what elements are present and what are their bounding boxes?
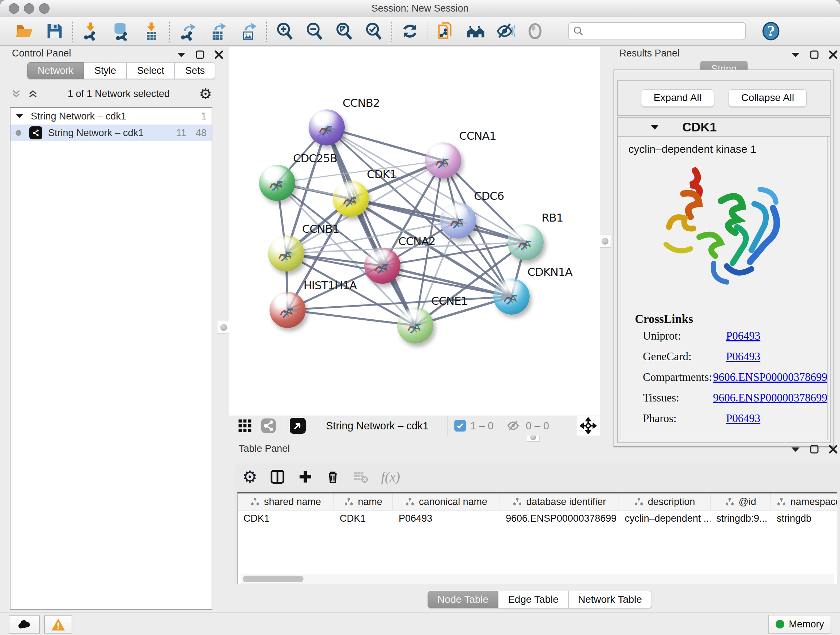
panel-float-icon[interactable] [195,50,205,59]
gene-section-header[interactable]: CDK1 [618,118,830,137]
crosslink-link[interactable]: P06493 [726,329,760,342]
collapse-all-icon[interactable] [11,88,22,99]
network-node-cdc6[interactable] [440,203,476,239]
network-collection-row[interactable]: String Network – cdk1 1 [11,108,212,125]
cloud-status-button[interactable] [9,616,40,633]
scrollbar-thumb[interactable] [243,576,303,582]
maximize-window-button[interactable] [39,3,50,14]
show-all-icon[interactable] [525,21,545,41]
crosslink-link[interactable]: P06493 [726,350,760,363]
search-icon [572,25,584,37]
expand-all-icon[interactable] [27,88,38,99]
refresh-icon[interactable] [400,21,420,41]
network-node-ccna2[interactable] [364,248,401,284]
import-table-file-icon[interactable] [142,21,161,41]
hide-selected-icon[interactable] [496,21,515,41]
column-header-canonical-name[interactable]: canonical name [393,494,500,510]
import-network-database-icon[interactable] [111,21,131,41]
column-header-name[interactable]: name [334,494,393,510]
table-cell[interactable]: P06493 [393,513,500,524]
save-session-icon[interactable] [45,21,65,41]
close-window-button[interactable] [9,3,19,14]
collection-expander-icon[interactable] [16,113,24,119]
network-options-gear-icon[interactable]: ⚙ [199,86,212,102]
grid-view-icon[interactable] [237,418,253,433]
export-network-icon[interactable] [178,21,197,41]
search-input[interactable] [584,25,742,37]
tab-edge-table[interactable]: Edge Table [498,591,568,608]
crosslink-link[interactable]: 9606.ENSP00000378699 [713,391,827,404]
network-node-rb1[interactable] [508,224,544,260]
open-session-icon[interactable] [14,21,34,41]
tab-network-table[interactable]: Network Table [568,591,652,608]
column-header-namespace[interactable]: namespace [771,494,837,510]
table-cell[interactable]: 9606.ENSP00000378699 [500,513,619,524]
network-node-cdc25b[interactable] [259,165,295,201]
right-splitter-grip[interactable] [598,234,611,248]
help-icon[interactable]: ? [761,21,781,41]
zoom-in-icon[interactable] [275,21,294,41]
zoom-fit-icon[interactable] [334,21,354,41]
network-node-hist1h1a[interactable] [270,292,306,328]
minimize-window-button[interactable] [24,3,34,14]
selected-checkbox-icon[interactable] [454,420,466,432]
export-table-icon[interactable] [208,21,228,41]
network-edge[interactable] [287,310,415,325]
expand-all-button[interactable]: Expand All [641,89,714,107]
network-node-ccnb2[interactable] [309,109,345,146]
table-horizontal-scrollbar[interactable] [240,574,834,584]
zoom-selected-icon[interactable] [364,21,384,41]
network-node-cdkn1a[interactable] [493,279,530,315]
panel-float-icon[interactable] [810,445,819,454]
panel-close-icon[interactable] [829,445,838,454]
tab-sets[interactable]: Sets [175,62,215,79]
panel-menu-icon[interactable] [791,446,800,453]
tab-network[interactable]: Network [27,62,84,79]
network-node-ccne1[interactable] [397,307,433,344]
warning-status-button[interactable] [44,616,73,633]
delete-column-icon[interactable] [325,469,340,485]
table-cell[interactable]: cyclin–dependent ... [619,513,711,524]
panel-close-icon[interactable] [214,50,224,59]
network-node-ccna1[interactable] [425,142,461,179]
search-box[interactable] [568,22,746,40]
table-cell[interactable]: stringdb:9... [711,513,771,524]
table-cell[interactable]: CDK1 [334,513,393,524]
birdseye-view-icon[interactable] [290,418,306,434]
collapse-all-button[interactable]: Collapse All [729,89,807,107]
open-in-string-icon[interactable] [436,21,456,41]
memory-button[interactable]: Memory [768,615,831,633]
network-node-ccnb1[interactable] [268,235,304,272]
add-column-icon[interactable] [298,469,313,485]
zoom-out-icon[interactable] [305,21,324,41]
section-expander-icon[interactable] [651,124,659,130]
tab-style[interactable]: Style [84,62,126,79]
node-gloss [446,204,470,220]
network-edge[interactable] [327,127,415,325]
left-splitter-grip[interactable] [217,321,230,334]
network-canvas[interactable]: CCNB2CCNA1CDC25BCDK1CDC6RB1CCNB1CCNA2CDK… [229,47,600,416]
table-cell[interactable]: CDK1 [238,513,334,524]
crosslink-link[interactable]: P06493 [726,412,760,425]
pan-tool[interactable] [576,416,600,435]
show-columns-icon[interactable] [270,469,286,485]
network-node-cdk1[interactable] [333,181,369,217]
tab-select[interactable]: Select [126,62,175,79]
network-row[interactable]: String Network – cdk1 11 48 [11,125,212,141]
column-header-shared-name[interactable]: shared name [238,494,334,510]
node-label-hist1h1a: HIST1H1A [303,279,357,292]
share-view-icon[interactable] [261,418,276,434]
panel-menu-icon[interactable] [177,51,186,58]
table-row[interactable]: CDK1CDK1P064939606.ENSP00000378699cyclin… [238,510,837,526]
table-cell[interactable]: stringdb [771,513,837,524]
import-network-file-icon[interactable] [81,21,101,41]
column-header-description[interactable]: description [619,494,711,510]
column-header-database-identifier[interactable]: database identifier [500,494,619,510]
crosslink-label: Uniprot: [643,329,726,342]
first-neighbors-icon[interactable] [466,21,485,41]
crosslink-link[interactable]: 9606.ENSP00000378699 [713,371,827,384]
export-image-icon[interactable] [239,21,258,41]
table-settings-gear-icon[interactable]: ⚙ [242,467,257,486]
column-header--id[interactable]: @id [711,494,771,510]
tab-node-table[interactable]: Node Table [428,591,498,608]
